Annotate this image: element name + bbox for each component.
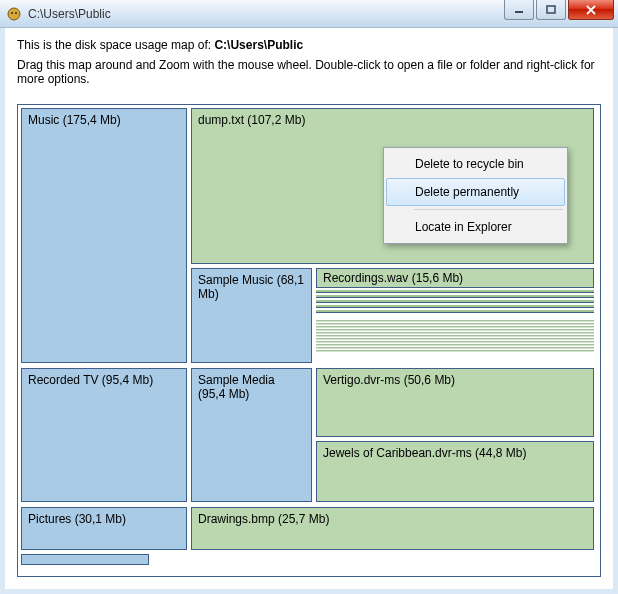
svg-point-1 bbox=[11, 12, 13, 14]
small-files-group[interactable] bbox=[316, 290, 594, 353]
app-icon bbox=[6, 6, 22, 22]
block-label: Jewels of Caribbean.dvr-ms (44,8 Mb) bbox=[323, 446, 526, 460]
close-button[interactable] bbox=[568, 0, 614, 20]
header-line: This is the disk space usage map of: C:\… bbox=[5, 28, 613, 56]
block-small-folder[interactable] bbox=[21, 554, 149, 565]
block-jewels[interactable]: Jewels of Caribbean.dvr-ms (44,8 Mb) bbox=[316, 441, 594, 502]
maximize-button[interactable] bbox=[536, 0, 566, 20]
window-title: C:\Users\Public bbox=[28, 7, 111, 21]
svg-point-0 bbox=[8, 8, 20, 20]
context-menu: Delete to recycle bin Delete permanently… bbox=[383, 147, 568, 244]
instructions: Drag this map around and Zoom with the m… bbox=[5, 56, 613, 96]
titlebar[interactable]: C:\Users\Public bbox=[0, 0, 618, 28]
svg-point-2 bbox=[15, 12, 17, 14]
svg-rect-4 bbox=[547, 6, 555, 13]
block-label: Music (175,4 Mb) bbox=[28, 113, 121, 127]
block-vertigo[interactable]: Vertigo.dvr-ms (50,6 Mb) bbox=[316, 368, 594, 437]
block-drawings[interactable]: Drawings.bmp (25,7 Mb) bbox=[191, 507, 594, 550]
block-label: Drawings.bmp (25,7 Mb) bbox=[198, 512, 329, 526]
minimize-button[interactable] bbox=[504, 0, 534, 20]
block-label: Recorded TV (95,4 Mb) bbox=[28, 373, 153, 387]
block-label: Vertigo.dvr-ms (50,6 Mb) bbox=[323, 373, 455, 387]
svg-rect-3 bbox=[515, 11, 523, 13]
menu-delete-recycle[interactable]: Delete to recycle bin bbox=[386, 150, 565, 178]
menu-separator bbox=[414, 209, 563, 210]
block-label: Pictures (30,1 Mb) bbox=[28, 512, 126, 526]
block-sample-media[interactable]: Sample Media (95,4 Mb) bbox=[191, 368, 312, 502]
block-label: Sample Media (95,4 Mb) bbox=[198, 373, 275, 401]
window-controls bbox=[502, 0, 614, 20]
block-recorded-tv[interactable]: Recorded TV (95,4 Mb) bbox=[21, 368, 187, 502]
menu-delete-permanently[interactable]: Delete permanently bbox=[386, 178, 565, 206]
header-path: C:\Users\Public bbox=[214, 38, 303, 52]
window-body: This is the disk space usage map of: C:\… bbox=[0, 28, 618, 594]
block-recordings[interactable]: Recordings.wav (15,6 Mb) bbox=[316, 268, 594, 288]
block-music[interactable]: Music (175,4 Mb) bbox=[21, 108, 187, 363]
header-prefix: This is the disk space usage map of: bbox=[17, 38, 211, 52]
block-sample-music[interactable]: Sample Music (68,1 Mb) bbox=[191, 268, 312, 363]
menu-locate-explorer[interactable]: Locate in Explorer bbox=[386, 213, 565, 241]
block-label: Recordings.wav (15,6 Mb) bbox=[323, 271, 463, 285]
block-label: dump.txt (107,2 Mb) bbox=[198, 113, 305, 127]
block-label: Sample Music (68,1 Mb) bbox=[198, 273, 304, 301]
block-pictures[interactable]: Pictures (30,1 Mb) bbox=[21, 507, 187, 550]
content-area: This is the disk space usage map of: C:\… bbox=[5, 28, 613, 589]
